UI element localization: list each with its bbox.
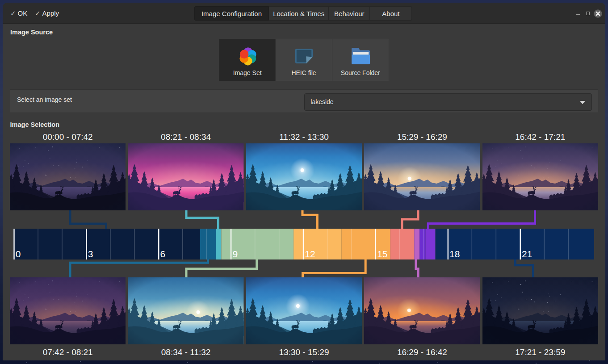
svg-text:3: 3 [88, 249, 93, 259]
svg-text:6: 6 [160, 249, 166, 259]
svg-text:15: 15 [377, 249, 387, 259]
svg-text:0: 0 [16, 249, 21, 259]
svg-text:12: 12 [305, 249, 315, 259]
svg-text:9: 9 [232, 249, 238, 259]
svg-text:21: 21 [522, 249, 532, 259]
svg-text:18: 18 [449, 249, 460, 259]
